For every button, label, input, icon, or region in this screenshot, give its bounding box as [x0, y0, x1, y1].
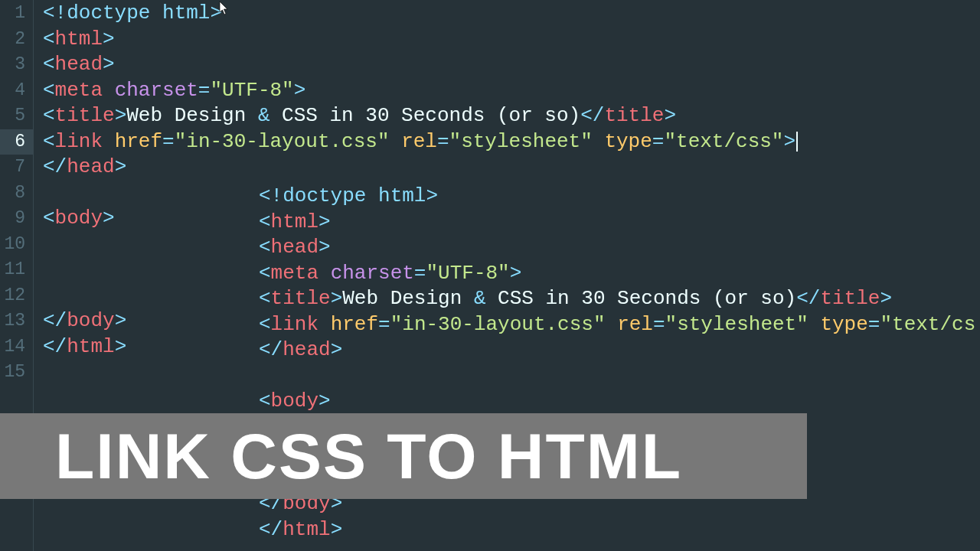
line-number: 4: [0, 78, 33, 104]
code-line[interactable]: <head>: [43, 52, 980, 78]
banner-text: LINK CSS TO HTML: [55, 419, 682, 494]
line-number: 13: [0, 308, 33, 334]
line-number: 3: [0, 52, 33, 78]
line-number: 7: [0, 155, 33, 181]
line-number: 14: [0, 334, 33, 360]
code-line[interactable]: <html>: [43, 27, 980, 53]
title-banner: LINK CSS TO HTML: [0, 413, 807, 499]
code-line[interactable]: <!doctype html>: [43, 1, 980, 27]
line-number: 12: [0, 283, 33, 309]
line-number: 10: [0, 232, 33, 258]
code-line[interactable]: <meta charset="UTF-8">: [43, 78, 980, 104]
text-cursor: [796, 132, 798, 152]
line-number: 9: [0, 206, 33, 232]
line-number: 15: [0, 360, 33, 386]
code-line[interactable]: </head>: [43, 155, 980, 181]
line-number-active: 6: [0, 129, 33, 155]
line-number: 5: [0, 103, 33, 129]
line-number: 1: [0, 1, 33, 27]
code-line[interactable]: <title>Web Design & CSS in 30 Seconds (o…: [43, 103, 980, 129]
line-number: 8: [0, 181, 33, 207]
code-line-active[interactable]: <link href="in-30-layout.css" rel="style…: [43, 129, 980, 155]
line-number: 2: [0, 27, 33, 53]
line-number: 11: [0, 257, 33, 283]
